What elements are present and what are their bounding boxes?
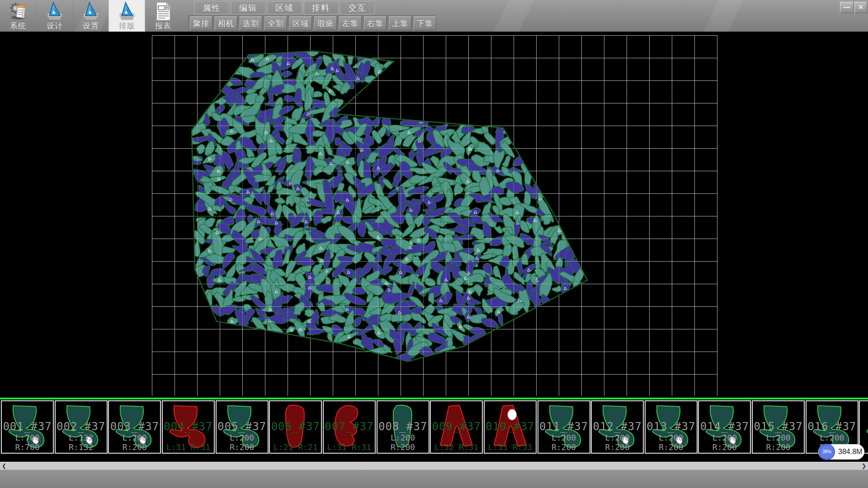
mode-button-label: 设置	[73, 21, 109, 31]
piece-id-label: 005_#37	[217, 420, 268, 433]
progress-percent-circle: 38%	[819, 444, 835, 460]
piece-thumbnail-011_#37[interactable]: 011_#37 L:200 R:200	[538, 400, 590, 454]
menu-button-5[interactable]: 交互	[340, 1, 375, 14]
piece-thumbnail-005_#37[interactable]: 005_#37 L:200 R:200	[216, 400, 269, 454]
piece-id-label: 003_#37	[109, 420, 160, 433]
piece-lr-count: L:200 R:200	[753, 433, 804, 452]
scroll-right-arrow-icon[interactable]: ❯	[860, 462, 868, 469]
set-square-icon	[81, 1, 101, 22]
close-button[interactable]: ✕	[854, 2, 867, 13]
piece-lr-count: L:200 R:200	[538, 433, 590, 452]
minimize-button[interactable]: —	[840, 2, 854, 13]
piece-thumbnail-003_#37[interactable]: 003_#37 L:200 R:200	[108, 400, 161, 454]
piece-id-label: 014_#37	[699, 420, 750, 433]
piece-id-label: 009_#37	[431, 420, 482, 433]
piece-thumbnail-012_#37[interactable]: 012_#37 L:200 R:200	[591, 400, 644, 454]
application-window: 系统 设计 设置 排版 报表 属性编辑区	[0, 0, 868, 488]
piece-lr-count: L:200 R:200	[592, 433, 643, 452]
tool-button-2[interactable]: 相机	[215, 16, 237, 30]
piece-thumbnail-002_#37[interactable]: 002_#37 L:132 R:132	[55, 400, 108, 454]
piece-id-label: 016_#37	[807, 420, 858, 433]
menu-button-2[interactable]: 编辑	[231, 1, 266, 14]
report-icon	[153, 1, 173, 22]
piece-thumbnail-006_#37[interactable]: 006_#37 L:21 R:21	[269, 400, 322, 454]
piece-lr-count: L:200 R:200	[646, 433, 697, 452]
piece-lr-count: L:31 R:31	[324, 442, 375, 452]
piece-thumbnail-009_#37[interactable]: 009_#37 L:32 R:31	[430, 400, 483, 454]
set-square-icon	[45, 1, 65, 22]
scroll-left-arrow-icon[interactable]: ❮	[0, 462, 8, 469]
set-square-icon	[117, 1, 137, 22]
mode-button-5[interactable]: 报表	[145, 0, 181, 32]
piece-id-label: 015_#37	[753, 420, 804, 433]
piece-thumbnail-strip: 001_#37 L:700 R:700 002_#37 L:132 R:132 …	[0, 399, 868, 455]
gear-notebook-icon	[8, 1, 28, 22]
piece-thumbnail-010_#37[interactable]: 010_#37 L:33 R:33	[484, 400, 537, 454]
piece-id-label: 012_#37	[592, 420, 643, 433]
piece-lr-count: L:200 R:200	[377, 433, 429, 452]
piece-id-label: 002_#37	[56, 420, 107, 433]
piece-lr-count: L:33 R:33	[485, 442, 536, 452]
mode-button-1[interactable]: 系统	[0, 0, 36, 32]
mode-button-label: 报表	[145, 21, 181, 31]
piece-thumbnail-001_#37[interactable]: 001_#37 L:700 R:700	[1, 400, 54, 454]
tool-button-3[interactable]: 选割	[240, 16, 262, 30]
piece-lr-count: L:132 R:132	[56, 433, 107, 452]
menu-button-4[interactable]: 排料	[304, 1, 339, 14]
piece-thumbnail-008_#37[interactable]: 008_#37 L:200 R:200	[377, 400, 429, 454]
piece-thumbnail-007_#37[interactable]: 007_#37 L:31 R:31	[323, 400, 376, 454]
piece-thumbnail-004_#37[interactable]: 004_#37 L:31 R:31	[162, 400, 215, 454]
piece-id-label: 008_#37	[377, 420, 429, 433]
tool-button-6[interactable]: 瑕疵	[314, 16, 337, 30]
piece-id-label: 013_#37	[646, 420, 697, 433]
piece-id-label: 001_#37	[2, 420, 53, 433]
menu-button-1[interactable]: 属性	[194, 1, 229, 14]
piece-thumbnail-013_#37[interactable]: 013_#37 L:200 R:200	[645, 400, 698, 454]
horizontal-scrollbar[interactable]: ❮ ❯	[0, 462, 868, 469]
nesting-canvas[interactable]	[0, 32, 868, 398]
tool-button-9[interactable]: 上靠	[389, 16, 411, 30]
tool-button-4[interactable]: 全割	[264, 16, 287, 30]
tool-button-1[interactable]: 聚排	[190, 16, 212, 30]
piece-thumbnail-015_#37[interactable]: 015_#37 L:200 R:200	[752, 400, 805, 454]
status-bar	[0, 469, 868, 488]
piece-id-label: 007_#37	[324, 420, 375, 433]
tool-button-8[interactable]: 右靠	[364, 16, 387, 30]
piece-lr-count: L:21 R:21	[270, 442, 321, 452]
tool-button-5[interactable]: 区域	[289, 16, 312, 30]
progress-size-label: 384.8M	[838, 448, 862, 456]
piece-id-label: 004_#37	[163, 420, 214, 433]
piece-thumbnail-014_#37[interactable]: 014_#37 L:200 R:200	[698, 400, 751, 454]
mode-button-2[interactable]: 设计	[36, 0, 73, 32]
piece-id-label: 011_#37	[538, 420, 590, 433]
mode-button-3[interactable]: 设置	[72, 0, 109, 32]
mode-button-label: 系统	[0, 21, 36, 31]
piece-id-label: 0	[860, 420, 868, 433]
mode-button-label: 设计	[37, 21, 73, 31]
menu-button-3[interactable]: 区域	[267, 1, 302, 14]
mode-button-label: 排版	[109, 21, 145, 31]
progress-badge[interactable]: 38% 384.8M	[818, 444, 864, 460]
ribbon-toolbar: 系统 设计 设置 排版 报表 属性编辑区	[0, 0, 868, 32]
piece-lr-count: L:200 R:200	[217, 433, 268, 452]
piece-lr-count: L:31 R:31	[163, 442, 214, 452]
tool-button-7[interactable]: 左靠	[339, 16, 362, 30]
piece-id-label: 010_#37	[485, 420, 536, 433]
tool-button-10[interactable]: 下靠	[414, 16, 436, 30]
piece-lr-count: L:32 R:31	[431, 442, 482, 452]
piece-lr-count: L:200 R:200	[109, 433, 160, 452]
piece-id-label: 006_#37	[270, 420, 321, 433]
mode-button-4[interactable]: 排版	[108, 0, 145, 32]
piece-lr-count: L:200 R:200	[699, 433, 750, 452]
piece-lr-count: L:700 R:700	[2, 433, 53, 452]
